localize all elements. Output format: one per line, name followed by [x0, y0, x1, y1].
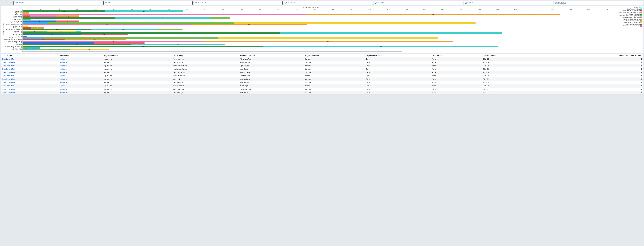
- cell-link[interactable]: ClientConnect Pro: [1, 61, 58, 64]
- cell-link[interactable]: ClientConnect Pro: [1, 84, 58, 88]
- bar-segment[interactable]: 607: [280, 32, 502, 34]
- bar-segment[interactable]: 62: [56, 21, 79, 22]
- column-header[interactable]: Organization Status: [365, 54, 431, 57]
- bar-segment[interactable]: 494: [22, 41, 203, 42]
- bar-segment[interactable]: 603: [218, 37, 438, 39]
- cell-link[interactable]: Aguirre Inc: [58, 74, 103, 78]
- cell-link[interactable]: Aguirre Inc: [58, 71, 103, 74]
- cell-link[interactable]: ClientConnect Pro: [1, 78, 58, 81]
- column-header[interactable]: License Status: [431, 54, 482, 57]
- bar-segment[interactable]: [22, 19, 30, 20]
- bar-segment[interactable]: [22, 26, 28, 27]
- bar-segment[interactable]: 214: [105, 11, 183, 12]
- cell-link[interactable]: ClientConnect Pro: [1, 81, 58, 84]
- bar-segment[interactable]: 643: [263, 46, 498, 47]
- bar-segment[interactable]: 187: [22, 29, 91, 30]
- column-header[interactable]: Organization Type: [304, 54, 365, 57]
- column-header[interactable]: Custom Entity Type: [239, 54, 304, 57]
- bar-segment[interactable]: 509: [48, 22, 234, 24]
- column-header[interactable]: Interaction Month↓: [482, 54, 546, 57]
- bar-segment[interactable]: 70: [22, 22, 48, 24]
- cell-link[interactable]: ClientConnect Pro: [1, 91, 58, 94]
- bar-segment[interactable]: 706: [22, 32, 280, 34]
- legend-item[interactable]: CaseResolutionChart: [617, 8, 642, 10]
- legend-item[interactable]: OrderFlow Max Dashboard: [617, 17, 642, 18]
- legend-item[interactable]: ConfigMaster 360 Logic: [617, 13, 642, 15]
- bar-segment[interactable]: 478: [44, 37, 218, 39]
- bar-segment[interactable]: 661: [234, 22, 476, 24]
- bar-segment[interactable]: 75: [30, 16, 57, 17]
- bar-segment[interactable]: 159: [22, 34, 81, 35]
- bar-segment[interactable]: 195: [22, 42, 94, 44]
- bar-segment[interactable]: 99: [34, 49, 70, 50]
- bar-segment[interactable]: 226: [22, 11, 105, 12]
- column-header[interactable]: Monthly Interactions Number↓: [546, 54, 643, 57]
- bar-segment[interactable]: 19: [22, 47, 30, 49]
- legend-item[interactable]: ClientConnect Pro Essentials: [617, 10, 642, 12]
- scrollbar-thumb[interactable]: [22, 51, 402, 52]
- cell-link[interactable]: ClientConnect Pro: [1, 88, 58, 91]
- bar-segment[interactable]: 168: [64, 39, 126, 40]
- bar-segment[interactable]: 776: [22, 14, 306, 15]
- bar-segment[interactable]: 115: [22, 39, 64, 40]
- cell-link[interactable]: ClientConnect Pro: [1, 71, 58, 74]
- column-header[interactable]: Package Name↑: [1, 54, 58, 57]
- bar-segment[interactable]: 258: [131, 44, 225, 45]
- filter-license-status[interactable]: License StatusAll: [374, 1, 463, 5]
- bar-segment[interactable]: [155, 29, 183, 30]
- legend-item[interactable]: VendorLink Pro Insights: [617, 23, 642, 25]
- filter-interaction-month[interactable]: Interaction Monthcurrent fiscal year: [554, 1, 643, 5]
- filter-organization-type[interactable]: Organization TypeAll: [284, 1, 372, 5]
- bar-segment[interactable]: [22, 49, 34, 50]
- bar-segment[interactable]: [22, 12, 29, 14]
- bar-segment[interactable]: 24: [22, 27, 31, 29]
- column-header[interactable]: Custom Entity: [172, 54, 239, 57]
- cell-link[interactable]: Aguirre Inc: [58, 88, 103, 91]
- bar-segment[interactable]: 28: [30, 47, 40, 49]
- bar-segment[interactable]: 139: [94, 42, 144, 44]
- bar-segment[interactable]: [22, 36, 27, 37]
- legend-item[interactable]: SupportPlus 360 Core: [617, 20, 642, 22]
- cell-link[interactable]: Aguirre Inc: [58, 64, 103, 67]
- bar-segment[interactable]: 108: [70, 49, 109, 50]
- bar-segment[interactable]: 695: [306, 14, 560, 15]
- bar-segment[interactable]: [210, 17, 230, 19]
- legend-item[interactable]: OrderFlow Max Processing: [617, 18, 642, 20]
- legend-item[interactable]: ConfigMaster 360 User Experience: [617, 15, 642, 17]
- cell-link[interactable]: ClientConnect Pro: [1, 57, 58, 61]
- cell-link[interactable]: Aguirre Inc: [58, 78, 103, 81]
- filter-organization-name[interactable]: Organization NameAll: [194, 1, 282, 5]
- cell-link[interactable]: Aguirre Inc: [58, 57, 103, 61]
- column-header[interactable]: Organization Name↑: [103, 54, 172, 57]
- cell-link[interactable]: Aguirre Inc: [58, 91, 103, 94]
- bar-segment[interactable]: 684: [203, 41, 453, 42]
- legend-item[interactable]: VendorLink Pro Operations: [617, 25, 642, 27]
- bar-segment[interactable]: 57: [22, 37, 44, 39]
- cell-link[interactable]: ClientConnect Pro: [1, 74, 58, 78]
- bar-segment[interactable]: [22, 16, 30, 17]
- column-header[interactable]: Subscriber↑: [58, 54, 103, 57]
- cell-link[interactable]: Aguirre Inc: [58, 67, 103, 71]
- bar-segment[interactable]: 92: [22, 21, 56, 22]
- cell-link[interactable]: ClientConnect Pro: [1, 64, 58, 67]
- bar-segment[interactable]: 176: [91, 29, 155, 30]
- bar-segment[interactable]: 130: [81, 34, 128, 35]
- bar-segment[interactable]: 254: [22, 17, 115, 19]
- cell-link[interactable]: Aguirre Inc: [58, 84, 103, 88]
- bar-segment[interactable]: 659: [22, 46, 263, 47]
- legend-item[interactable]: SupportPlus 360 Interface: [617, 22, 642, 23]
- bar-segment[interactable]: 259: [115, 17, 210, 19]
- bar-segment[interactable]: 36: [31, 27, 44, 29]
- bar-segment[interactable]: [76, 31, 82, 32]
- bar-segment[interactable]: 60: [57, 16, 79, 17]
- chart-scrollbar[interactable]: [22, 51, 616, 52]
- bar-segment[interactable]: 80: [47, 31, 76, 32]
- filter-entity-name[interactable]: Entity NameAll: [464, 1, 553, 5]
- cell-link[interactable]: Aguirre Inc: [58, 61, 103, 64]
- bar-segment[interactable]: 318: [191, 24, 307, 25]
- bar-segment[interactable]: 66: [22, 31, 47, 32]
- bar-segment[interactable]: 296: [22, 44, 131, 45]
- legend-item[interactable]: ClientConnect Pro Interaction Suite: [617, 12, 642, 13]
- filter-subscriber[interactable]: SubscriberAll: [104, 1, 192, 5]
- filter-package-name[interactable]: Package NameAll: [14, 1, 102, 5]
